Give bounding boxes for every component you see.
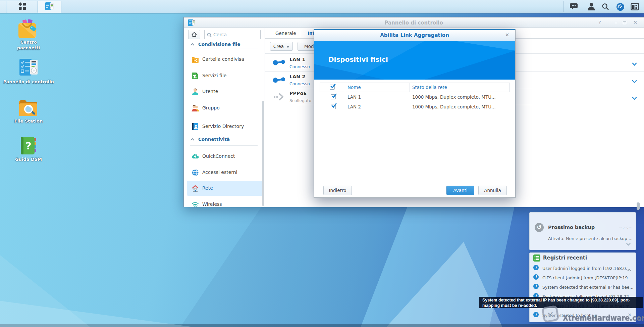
caret-down-icon — [286, 46, 289, 48]
svg-text:?: ? — [25, 140, 31, 152]
sidebar: Condivisione file Cartella condivisa — [184, 28, 265, 207]
maximize-button[interactable] — [621, 19, 628, 26]
window-titlebar[interactable]: Pannello di controllo ? – ✕ — [184, 17, 644, 28]
sidebar-item-servizio-directory[interactable]: Servizio Directory — [187, 119, 264, 134]
device-checkbox[interactable] — [331, 104, 336, 109]
widget-backup-title: Prossimo backup — [548, 225, 595, 230]
tooltip-line2: mapping must be re-added. — [482, 303, 643, 308]
lan-interface-icon — [273, 57, 286, 68]
interface-name: LAN 2 — [289, 74, 306, 79]
search-icon[interactable] — [600, 0, 610, 13]
watermark-logo — [541, 305, 559, 323]
link-aggregation-dialog: Abilita Link Aggregation ✕ Dispositivi f… — [314, 29, 516, 198]
column-header-stato: Stato della rete — [412, 85, 447, 90]
sidebar-section-connectivity[interactable]: Connettività — [184, 136, 265, 143]
logs-icon — [533, 254, 541, 263]
taskbar-app-control-panel[interactable] — [38, 1, 61, 13]
dialog-step-title: Dispositivi fisici — [328, 55, 388, 63]
wireless-icon — [192, 201, 199, 207]
next-button[interactable]: Avanti — [446, 186, 474, 195]
create-button[interactable]: Crea — [270, 42, 293, 51]
minimize-button[interactable]: – — [612, 19, 620, 26]
interface-status: Connesso — [289, 64, 310, 69]
sidebar-section-file-sharing[interactable]: Condivisione file — [184, 41, 265, 48]
window-title: Pannello di controllo — [184, 20, 644, 26]
widget-logs-title: Registri recenti — [543, 255, 587, 261]
interface-name: PPPoE — [289, 91, 307, 96]
home-icon — [191, 32, 197, 37]
resource-monitor-icon[interactable] — [615, 0, 625, 13]
user-item-icon — [192, 88, 199, 95]
search-box-icon — [207, 33, 212, 38]
system-tooltip: System detected that external IP has bee… — [479, 297, 643, 308]
expand-chevron-icon[interactable] — [632, 61, 637, 67]
desktop: Centro pacchetti Pannello di controllo — [0, 0, 644, 327]
network-home-icon — [192, 185, 199, 192]
cancel-button[interactable]: Annulla — [478, 186, 507, 195]
back-button[interactable]: Indietro — [323, 186, 352, 195]
widgets-icon[interactable] — [629, 0, 640, 13]
home-button[interactable] — [188, 30, 200, 39]
tooltip-line1: System detected that external IP has bee… — [482, 297, 643, 303]
sidebar-item-quickconnect[interactable]: QuickConnect — [187, 149, 264, 164]
taskbar — [0, 0, 644, 13]
quickconnect-icon — [192, 153, 199, 160]
chevron-up-icon — [190, 43, 195, 46]
info-icon: i — [533, 312, 539, 317]
widget-collapse-chevron-icon[interactable] — [626, 241, 631, 247]
pppoe-interface-icon — [273, 92, 286, 102]
main-menu-icon — [18, 2, 26, 12]
group-icon — [192, 104, 199, 112]
widget-backup-activity: Attività: Non è presente alcun backup ..… — [548, 236, 633, 241]
show-desktop-button[interactable] — [0, 1, 6, 13]
main-menu-button[interactable] — [7, 1, 37, 13]
dialog-title: Abilita Link Aggregation — [314, 32, 515, 38]
dialog-close-icon[interactable]: ✕ — [504, 32, 511, 38]
widget-backup-time: --:--:-- — [619, 225, 632, 230]
shared-folder-icon — [192, 56, 199, 63]
tab-generale[interactable]: Generale — [271, 28, 301, 39]
widgets-scrollbar-thumb[interactable] — [637, 202, 640, 210]
sidebar-scrollbar-thumb[interactable] — [262, 101, 264, 206]
log-entry: i CIFS client [admin] from [DESKTOP(IP:1… — [530, 273, 636, 282]
sidebar-item-rete[interactable]: Rete — [187, 181, 264, 196]
user-icon[interactable] — [586, 0, 596, 13]
select-all-checkbox[interactable] — [330, 85, 335, 90]
device-status: 1000 Mbps, Duplex completo, MTU... — [412, 94, 496, 100]
expand-chevron-icon[interactable] — [632, 78, 637, 85]
log-entry: i System detected that external IP has b… — [530, 282, 636, 292]
sidebar-item-accessi-esterni[interactable]: Accessi esterni — [187, 165, 264, 180]
file-services-icon — [192, 72, 199, 80]
device-name: LAN 2 — [347, 104, 361, 109]
close-button[interactable]: ✕ — [632, 19, 639, 26]
logs-collapse-chevron-icon[interactable] — [627, 267, 632, 273]
device-status: 1000 Mbps, Duplex completo, MTU... — [412, 104, 496, 109]
desktop-icon-label: File Station — [8, 119, 49, 124]
interface-status: Scollegato — [289, 98, 311, 103]
expand-chevron-icon[interactable] — [632, 95, 637, 101]
info-icon: i — [533, 284, 539, 289]
chat-icon[interactable] — [569, 0, 580, 13]
sidebar-item-servizi-file[interactable]: Servizi file — [187, 68, 264, 83]
desktop-icon-label: Pannello di controllo — [0, 79, 60, 85]
desktop-icon-label: Guida DSM — [8, 157, 49, 162]
device-checkbox[interactable] — [331, 94, 336, 99]
device-name: LAN 1 — [347, 94, 361, 100]
interface-name: LAN 1 — [289, 57, 306, 62]
info-icon: i — [533, 265, 539, 270]
control-panel-taskbar-icon — [45, 2, 54, 12]
widget-backup: ↺ Prossimo backup --:--:-- Attività: Non… — [529, 212, 636, 250]
log-entry: i User [admin] logged in from [192.168.0… — [530, 264, 636, 273]
sidebar-item-wireless[interactable]: Wireless — [187, 197, 264, 207]
search-input[interactable] — [213, 31, 259, 39]
chevron-up-icon — [190, 138, 195, 141]
info-icon: i — [533, 274, 539, 280]
sidebar-item-utente[interactable]: Utente — [187, 84, 264, 99]
lan-interface-icon — [273, 75, 286, 86]
sidebar-item-cartella-condivisa[interactable]: Cartella condivisa — [187, 52, 264, 67]
sidebar-item-gruppo[interactable]: Gruppo — [187, 101, 264, 115]
external-access-icon — [192, 169, 199, 176]
interface-status: Connesso — [289, 81, 310, 86]
help-button[interactable]: ? — [596, 19, 603, 26]
dialog-titlebar: Abilita Link Aggregation ✕ — [314, 30, 515, 41]
